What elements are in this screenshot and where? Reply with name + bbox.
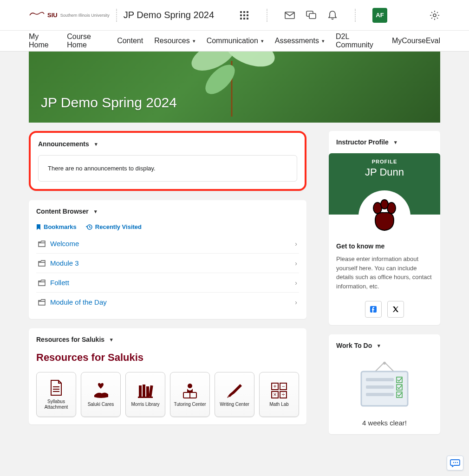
svg-rect-1 [243, 11, 245, 13]
nav-my-home[interactable]: My Home [29, 33, 56, 49]
svg-rect-20 [139, 385, 142, 397]
announcements-widget: Announcements ▾ There are no announcemen… [29, 131, 306, 191]
content-item-module3[interactable]: Module 3 › [36, 254, 299, 273]
svg-rect-11 [309, 13, 316, 19]
course-banner: JP Demo Spring 2024 [29, 52, 440, 123]
svg-point-12 [433, 14, 436, 17]
chevron-right-icon: › [295, 299, 297, 306]
math-icon: +−×÷ [270, 382, 288, 399]
svg-rect-3 [240, 14, 242, 16]
chat-icon[interactable] [306, 10, 317, 21]
x-twitter-icon[interactable] [387, 301, 404, 318]
announcements-header[interactable]: Announcements ▾ [38, 140, 297, 148]
books-icon [136, 382, 155, 399]
svg-point-38 [381, 200, 388, 209]
institution-short: SIU [47, 12, 58, 19]
institution-long: Southern Illinois University [60, 13, 110, 18]
nav-communication[interactable]: Communication▾ [207, 37, 264, 45]
work-todo-header[interactable]: Work To Do ▾ [336, 342, 433, 349]
resources-header-title: Resources for Salukis [36, 336, 104, 343]
leaf-decoration [185, 52, 278, 123]
svg-rect-0 [240, 11, 242, 13]
svg-rect-4 [243, 14, 245, 16]
svg-rect-21 [143, 385, 145, 397]
tile-math-lab[interactable]: +−×÷ Math Lab [259, 372, 299, 417]
instructor-profile-widget: Instructor Profile ▾ PROFILE JP Dunn [329, 131, 440, 325]
content-item-follett[interactable]: Follett › [36, 273, 299, 293]
svg-text:+: + [273, 383, 276, 390]
user-avatar[interactable]: AF [372, 8, 387, 23]
apps-grid-icon[interactable] [239, 10, 250, 21]
history-icon [86, 224, 92, 230]
nav-d2l-community[interactable]: D2L Community [336, 33, 381, 49]
chevron-down-icon: ▾ [110, 337, 113, 343]
resources-widget: Resources for Salukis ▾ Resources for Sa… [29, 328, 306, 424]
instructor-profile-header[interactable]: Instructor Profile ▾ [329, 131, 440, 153]
nav-content[interactable]: Content [117, 37, 143, 45]
tile-morris-library[interactable]: Morris Library [125, 372, 165, 417]
chevron-right-icon: › [295, 240, 297, 248]
chevron-down-icon: ▾ [94, 209, 97, 215]
content-list: Welcome › Module 3 › Follett › [36, 234, 299, 312]
chevron-right-icon: › [295, 260, 297, 267]
profile-subheading: Get to know me [336, 242, 433, 250]
tab-recently-visited[interactable]: Recently Visited [86, 223, 142, 230]
content-item-welcome[interactable]: Welcome › [36, 234, 299, 254]
folder-icon [38, 241, 46, 247]
tile-syllabus[interactable]: Syllabus Attachment [36, 372, 76, 417]
svg-text:−: − [281, 383, 285, 390]
content-browser-widget: Content Browser ▾ Bookmarks Recently Vis… [29, 200, 306, 319]
tile-writing-center[interactable]: Writing Center [215, 372, 254, 417]
chevron-down-icon: ▾ [95, 141, 98, 147]
folder-icon [38, 299, 46, 306]
svg-rect-5 [247, 14, 248, 16]
chevron-down-icon: ▾ [378, 343, 380, 349]
svg-rect-22 [146, 386, 149, 397]
tab-bookmarks[interactable]: Bookmarks [36, 223, 77, 230]
svg-rect-2 [247, 11, 248, 13]
nav-resources[interactable]: Resources▾ [154, 37, 195, 45]
content-browser-title: Content Browser [36, 208, 89, 215]
gear-icon[interactable] [429, 10, 440, 21]
pen-icon [225, 382, 244, 399]
content-item-module-of-day[interactable]: Module of the Day › [36, 293, 299, 312]
resources-title: Resources for Salukis [36, 352, 299, 364]
announcements-empty: There are no announcements to display. [38, 155, 297, 182]
course-title[interactable]: JP Demo Spring 2024 [124, 10, 214, 20]
bookmark-icon [36, 224, 41, 230]
profile-badge: PROFILE [329, 159, 440, 164]
resources-header[interactable]: Resources for Salukis ▾ [36, 336, 299, 343]
svg-rect-24 [138, 397, 153, 398]
divider [355, 9, 356, 22]
svg-text:×: × [273, 391, 276, 398]
work-todo-status: 4 weeks clear! [362, 419, 407, 427]
banner-title: JP Demo Spring 2024 [41, 95, 177, 111]
nav-assessments[interactable]: Assessments▾ [275, 37, 325, 45]
svg-rect-8 [247, 18, 248, 20]
svg-point-40 [383, 362, 386, 365]
divider [267, 9, 267, 22]
instructor-avatar[interactable] [358, 190, 410, 242]
tile-tutoring-center[interactable]: Tutoring Center [170, 372, 210, 417]
svg-rect-6 [240, 18, 242, 20]
institution-logo[interactable]: SIU Southern Illinois University [29, 11, 110, 20]
nav-course-home[interactable]: Course Home [67, 33, 106, 49]
svg-rect-42 [366, 378, 394, 381]
nav-mycourseeval[interactable]: MyCourseEval [392, 37, 440, 45]
svg-rect-9 [285, 12, 294, 19]
mail-icon[interactable] [284, 10, 295, 21]
chevron-down-icon: ▾ [322, 38, 325, 44]
folder-icon [38, 280, 46, 286]
facebook-icon[interactable] [365, 301, 382, 318]
svg-rect-44 [366, 393, 394, 396]
tile-saluki-cares[interactable]: Saluki Cares [81, 372, 121, 417]
bell-icon[interactable] [327, 10, 338, 21]
folder-icon [38, 260, 46, 267]
document-icon [47, 379, 65, 396]
svg-rect-7 [243, 18, 245, 20]
tutor-icon [181, 382, 199, 399]
work-todo-widget: Work To Do ▾ 4 weeks cl [329, 334, 440, 434]
announcements-title: Announcements [38, 140, 89, 148]
svg-rect-43 [366, 385, 394, 389]
content-browser-header[interactable]: Content Browser ▾ [36, 208, 299, 215]
